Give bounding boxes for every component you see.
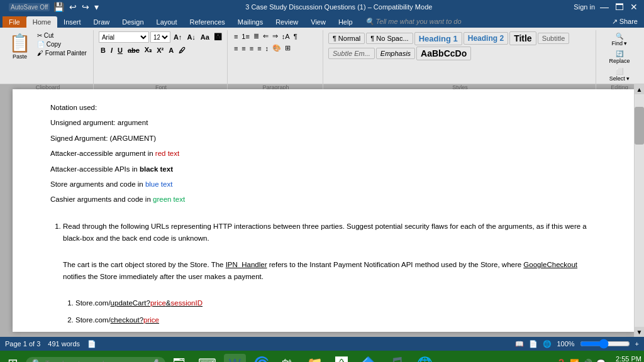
save-qat-btn[interactable]: 💾 xyxy=(52,1,65,13)
decrease-indent-btn[interactable]: ⇐ xyxy=(262,31,270,41)
tab-tell-me[interactable]: 🔍 Tell me what you want to do xyxy=(359,16,468,28)
spotify-btn[interactable]: 🎵 xyxy=(384,353,409,362)
store-btn[interactable]: 🛍 xyxy=(277,354,299,363)
network-icon[interactable]: 📶 xyxy=(570,359,579,362)
proofing-icon[interactable]: 📄 xyxy=(87,340,96,348)
view-print-btn[interactable]: 📄 xyxy=(529,340,538,348)
scroll-thumb[interactable] xyxy=(635,107,644,145)
numbered-list-btn[interactable]: 1≡ xyxy=(240,32,251,41)
zoom-slider[interactable] xyxy=(580,339,630,348)
style-aa[interactable]: AaBbCcDo xyxy=(416,47,471,60)
tab-home[interactable]: Home xyxy=(26,16,57,28)
taskview-btn[interactable]: 🗔 xyxy=(168,354,191,363)
sign-in-button[interactable]: Sign in xyxy=(574,3,595,11)
highlight-btn[interactable]: 🖊 xyxy=(177,46,187,55)
line-spacing-btn[interactable]: ↕ xyxy=(264,44,270,53)
scroll-track[interactable] xyxy=(635,94,644,327)
underline-btn[interactable]: U xyxy=(116,46,125,55)
word-taskbar-btn[interactable]: W xyxy=(224,354,246,363)
speaker-icon[interactable]: 🔊 xyxy=(583,359,592,362)
explorer-btn[interactable]: 📁 xyxy=(302,353,328,362)
style-normal[interactable]: ¶ Normal xyxy=(328,33,365,44)
chrome-btn[interactable]: 🌐 xyxy=(412,353,438,362)
align-center-btn[interactable]: ≡ xyxy=(240,44,247,53)
find-button[interactable]: 🔍 Find ▾ xyxy=(606,31,632,48)
change-case-btn[interactable]: Aa xyxy=(199,33,211,41)
paste-button[interactable]: 📋 Paste xyxy=(6,31,33,61)
tab-design[interactable]: Design xyxy=(116,16,150,28)
font-size-select[interactable]: 12 xyxy=(150,31,170,43)
keyboard-btn[interactable]: ⌨ xyxy=(193,353,221,362)
align-right-btn[interactable]: ≡ xyxy=(248,44,255,53)
strikethrough-btn[interactable]: abc xyxy=(126,46,142,55)
tab-review[interactable]: Review xyxy=(269,16,304,28)
bullet-list-btn[interactable]: ≡ xyxy=(233,32,239,41)
tab-help[interactable]: Help xyxy=(332,16,359,28)
italic-btn[interactable]: I xyxy=(109,46,114,55)
clock-area[interactable]: 2:55 PM 2/20/2018 xyxy=(611,354,641,362)
action-center-icon[interactable]: 💬 xyxy=(596,359,606,362)
autosave-label[interactable]: AutoSave Off xyxy=(9,3,50,11)
format-painter-button[interactable]: 🖌 Format Painter xyxy=(35,49,89,57)
style-title[interactable]: Title xyxy=(509,31,536,45)
amazon-btn[interactable]: 🅰 xyxy=(330,354,353,363)
start-button[interactable]: ⊞ xyxy=(3,353,23,362)
replace-button[interactable]: 🔄 Replace xyxy=(606,49,632,65)
style-heading1[interactable]: Heading 1 xyxy=(414,32,462,45)
style-heading2[interactable]: Heading 2 xyxy=(464,32,508,45)
select-button[interactable]: ⬜ Select ▾ xyxy=(606,67,632,83)
tab-share[interactable]: ↗ Share xyxy=(606,16,644,28)
help-icon[interactable]: ❓ xyxy=(557,359,566,362)
tab-file[interactable]: File xyxy=(3,16,26,28)
redo-qat-btn[interactable]: ↪ xyxy=(80,1,91,13)
close-btn[interactable]: ✕ xyxy=(629,1,639,13)
sort-btn[interactable]: ↕A xyxy=(280,32,291,41)
tab-insert[interactable]: Insert xyxy=(57,16,87,28)
tab-mailings[interactable]: Mailings xyxy=(231,16,269,28)
multilevel-list-btn[interactable]: ≣ xyxy=(252,31,260,41)
grow-font-btn[interactable]: A↑ xyxy=(172,33,184,41)
style-subtle-em[interactable]: Subtle Em... xyxy=(328,48,375,59)
align-left-btn[interactable]: ≡ xyxy=(233,44,239,53)
tab-references[interactable]: References xyxy=(184,16,231,28)
increase-indent-btn[interactable]: ⇒ xyxy=(271,31,279,41)
zoom-in-btn[interactable]: + xyxy=(635,340,639,348)
shading-btn[interactable]: 🎨 xyxy=(271,43,282,53)
scroll-up-btn[interactable]: ▲ xyxy=(635,84,644,94)
tab-view[interactable]: View xyxy=(304,16,332,28)
search-icon: 🔍 xyxy=(32,359,42,362)
scrollbar[interactable]: ▲ ▼ xyxy=(634,84,644,337)
question-1: Read through the following URLs represen… xyxy=(63,221,596,332)
tab-draw[interactable]: Draw xyxy=(87,16,116,28)
show-marks-btn[interactable]: ¶ xyxy=(292,32,299,41)
taskbar-search-bar[interactable]: 🔍 🎤 xyxy=(26,357,165,362)
cut-button[interactable]: ✂ Cut xyxy=(35,31,89,40)
minimize-btn[interactable]: — xyxy=(599,1,610,13)
customize-qat-btn[interactable]: ▾ xyxy=(93,1,100,13)
style-subtitle[interactable]: Subtitle xyxy=(538,33,570,44)
restore-btn[interactable]: 🗖 xyxy=(614,1,625,13)
superscript-btn[interactable]: X² xyxy=(155,46,165,55)
font-color-btn[interactable]: A xyxy=(167,46,175,55)
url1-sessionid: sessionID xyxy=(171,299,203,307)
font-family-select[interactable]: Arial xyxy=(99,31,149,43)
tab-layout[interactable]: Layout xyxy=(150,16,184,28)
borders-btn[interactable]: ⊞ xyxy=(284,43,292,53)
scroll-down-btn[interactable]: ▼ xyxy=(635,327,644,337)
document-area[interactable]: Notation used: Unsigned argument: argume… xyxy=(13,89,634,332)
view-web-btn[interactable]: 🌐 xyxy=(543,340,552,348)
undo-qat-btn[interactable]: ↩ xyxy=(68,1,78,13)
subscript-btn[interactable]: X₂ xyxy=(143,45,153,55)
shrink-font-btn[interactable]: A↓ xyxy=(185,33,197,41)
style-emphasis[interactable]: Emphasis xyxy=(376,48,415,59)
ie-btn[interactable]: 🌀 xyxy=(248,353,274,362)
view-read-btn[interactable]: 📖 xyxy=(515,340,524,348)
justify-btn[interactable]: ≡ xyxy=(256,44,262,53)
microphone-icon[interactable]: 🎤 xyxy=(150,359,159,362)
dropbox-btn[interactable]: 🔷 xyxy=(355,353,381,362)
clear-format-btn[interactable]: 🅰 xyxy=(213,33,223,41)
bold-btn[interactable]: B xyxy=(99,46,108,55)
copy-button[interactable]: 📄 Copy xyxy=(35,40,89,48)
style-no-spacing[interactable]: ¶ No Spac... xyxy=(366,33,413,44)
taskbar-search-input[interactable] xyxy=(45,359,146,362)
